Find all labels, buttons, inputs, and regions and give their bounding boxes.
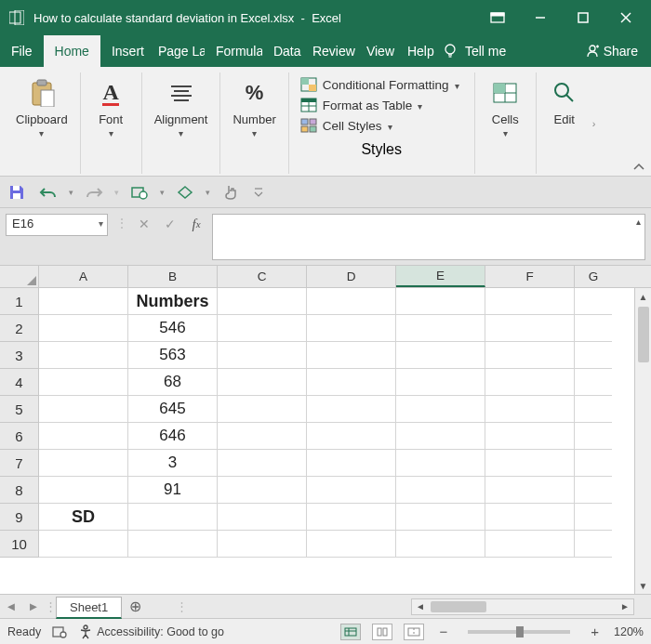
- scroll-thumb[interactable]: [638, 307, 649, 362]
- cell[interactable]: [39, 450, 128, 477]
- cell[interactable]: 546: [128, 315, 218, 342]
- row-header[interactable]: 6: [0, 423, 39, 450]
- scroll-left-arrow[interactable]: ◄: [412, 601, 429, 611]
- scroll-right-arrow[interactable]: ►: [617, 601, 633, 611]
- row-header[interactable]: 2: [0, 315, 39, 342]
- cell-styles-button[interactable]: Cell Styles▾: [297, 115, 467, 136]
- cell[interactable]: [485, 288, 575, 315]
- horizontal-scrollbar[interactable]: ◄ ►: [411, 598, 634, 615]
- name-box[interactable]: E16 ▾: [6, 214, 108, 236]
- qat-custom-1-dropdown[interactable]: ▾: [160, 188, 165, 197]
- tell-me-icon[interactable]: [435, 35, 461, 67]
- cell[interactable]: [218, 423, 307, 450]
- cell[interactable]: Numbers: [128, 288, 218, 315]
- cells-button[interactable]: Cells ▾: [483, 72, 527, 147]
- cell[interactable]: [575, 531, 612, 558]
- tab-file[interactable]: File: [0, 35, 44, 67]
- enter-formula-button[interactable]: ✓: [160, 214, 180, 234]
- cell[interactable]: [39, 342, 128, 369]
- cell[interactable]: [39, 423, 128, 450]
- cell[interactable]: [575, 369, 612, 396]
- row-header[interactable]: 5: [0, 396, 39, 423]
- cell[interactable]: 91: [128, 477, 218, 504]
- cell[interactable]: [218, 288, 307, 315]
- alignment-button[interactable]: Alignment ▾: [148, 72, 215, 147]
- cell[interactable]: [307, 288, 396, 315]
- hscroll-thumb[interactable]: [431, 601, 486, 612]
- cell[interactable]: [485, 396, 575, 423]
- undo-button[interactable]: [37, 181, 60, 204]
- macro-record-icon[interactable]: [52, 625, 67, 638]
- cell[interactable]: [218, 450, 307, 477]
- cell[interactable]: [485, 315, 575, 342]
- cell[interactable]: [485, 477, 575, 504]
- tab-help[interactable]: Help: [396, 35, 435, 67]
- cell[interactable]: [218, 504, 307, 531]
- font-button[interactable]: A Font ▾: [88, 72, 133, 147]
- expand-formula-bar[interactable]: ▴: [636, 217, 641, 227]
- cell[interactable]: [396, 396, 485, 423]
- cell[interactable]: [307, 369, 396, 396]
- formula-input[interactable]: ▴: [212, 214, 645, 260]
- qat-customize-button[interactable]: [251, 181, 266, 204]
- tell-me-button[interactable]: Tell me: [461, 35, 517, 67]
- zoom-slider[interactable]: [468, 630, 570, 634]
- row-header[interactable]: 10: [0, 531, 39, 558]
- format-as-table-button[interactable]: Format as Table▾: [297, 95, 467, 115]
- cell[interactable]: [307, 531, 396, 558]
- cell[interactable]: [396, 450, 485, 477]
- cell[interactable]: [396, 504, 485, 531]
- worksheet-grid[interactable]: A B C D E F G 1Numbers254635634685645664…: [0, 266, 651, 594]
- qat-custom-1[interactable]: [128, 181, 151, 204]
- cell[interactable]: [396, 369, 485, 396]
- cell[interactable]: [575, 315, 612, 342]
- cell[interactable]: [307, 504, 396, 531]
- col-header-D[interactable]: D: [307, 266, 396, 287]
- cell[interactable]: 68: [128, 369, 218, 396]
- cell[interactable]: [485, 342, 575, 369]
- col-header-G[interactable]: G: [575, 266, 612, 287]
- cell[interactable]: [396, 531, 485, 558]
- page-layout-view-button[interactable]: [372, 624, 392, 640]
- cell[interactable]: [307, 315, 396, 342]
- touch-mode-button[interactable]: [219, 181, 242, 204]
- cell[interactable]: [218, 396, 307, 423]
- cell[interactable]: [485, 423, 575, 450]
- tab-page-layout[interactable]: Page La: [147, 35, 205, 67]
- close-button[interactable]: [604, 0, 647, 35]
- cell[interactable]: [575, 423, 612, 450]
- cell[interactable]: [485, 450, 575, 477]
- save-button[interactable]: [6, 181, 28, 204]
- cell[interactable]: [485, 531, 575, 558]
- new-sheet-button[interactable]: ⊕: [122, 598, 148, 615]
- col-header-A[interactable]: A: [39, 266, 128, 287]
- ribbon-scroll-right[interactable]: ›: [592, 72, 602, 174]
- normal-view-button[interactable]: [340, 624, 361, 640]
- select-all-corner[interactable]: [0, 266, 39, 287]
- maximize-button[interactable]: [562, 0, 604, 35]
- tab-formulas[interactable]: Formula: [205, 35, 262, 67]
- cancel-formula-button[interactable]: ✕: [134, 214, 154, 234]
- cell[interactable]: [39, 369, 128, 396]
- cell[interactable]: [396, 315, 485, 342]
- cell[interactable]: [575, 342, 612, 369]
- tab-review[interactable]: Review: [301, 35, 355, 67]
- cell[interactable]: 645: [128, 396, 218, 423]
- row-header[interactable]: 3: [0, 342, 39, 369]
- sheet-tab-1[interactable]: Sheet1: [56, 597, 122, 619]
- scroll-down-arrow[interactable]: ▼: [635, 577, 651, 594]
- cell[interactable]: [485, 504, 575, 531]
- redo-dropdown[interactable]: ▾: [114, 188, 119, 197]
- cell[interactable]: [575, 288, 612, 315]
- cell[interactable]: [396, 477, 485, 504]
- number-button[interactable]: % Number ▾: [226, 72, 282, 147]
- collapse-ribbon-icon[interactable]: [632, 163, 645, 172]
- ribbon-display-options[interactable]: [476, 0, 519, 35]
- cell[interactable]: [575, 396, 612, 423]
- zoom-level[interactable]: 120%: [614, 625, 644, 638]
- accessibility-status[interactable]: Accessibility: Good to go: [78, 624, 224, 639]
- cell[interactable]: [218, 531, 307, 558]
- minimize-button[interactable]: [519, 0, 562, 35]
- cell[interactable]: [39, 477, 128, 504]
- cell[interactable]: [575, 504, 612, 531]
